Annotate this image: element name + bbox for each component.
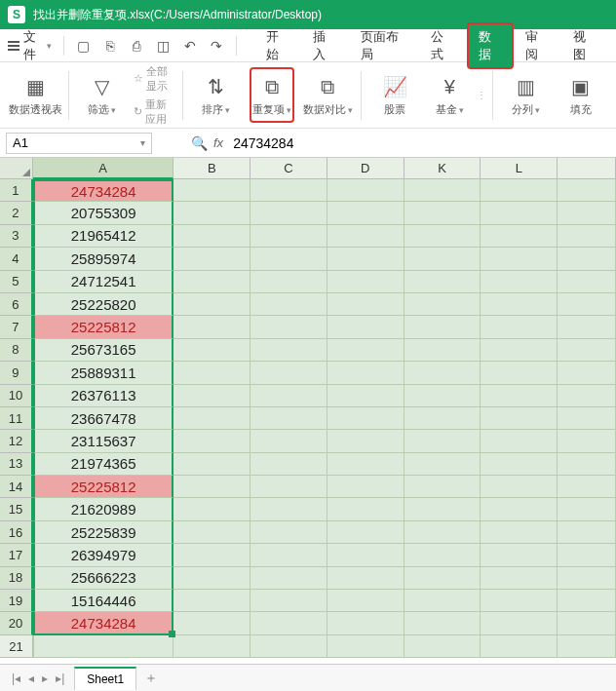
cell[interactable] <box>250 385 327 407</box>
row-header[interactable]: 13 <box>0 453 33 476</box>
cell[interactable] <box>327 453 404 476</box>
cell[interactable] <box>481 635 558 658</box>
cell[interactable] <box>481 498 558 520</box>
col-header-next[interactable] <box>558 158 616 179</box>
formula-input[interactable] <box>229 134 424 153</box>
tab-start[interactable]: 开始 <box>254 22 301 69</box>
cell[interactable] <box>173 635 250 658</box>
cell[interactable] <box>173 293 250 316</box>
cell[interactable] <box>558 225 616 248</box>
row-header[interactable]: 3 <box>0 225 33 248</box>
cell[interactable] <box>558 612 616 634</box>
cell[interactable] <box>481 385 558 407</box>
table-row[interactable]: 925889311 <box>0 362 616 384</box>
cell[interactable] <box>558 316 616 338</box>
cell[interactable] <box>327 498 404 520</box>
row-header[interactable]: 19 <box>0 590 33 612</box>
cell[interactable] <box>250 453 327 476</box>
row-header[interactable]: 5 <box>0 271 33 293</box>
cell[interactable] <box>250 316 327 338</box>
col-header-D[interactable]: D <box>327 158 404 179</box>
cell[interactable] <box>558 544 616 566</box>
cell[interactable] <box>558 521 616 544</box>
cell[interactable]: 24734284 <box>33 179 174 202</box>
cell[interactable] <box>404 476 481 498</box>
tab-formula[interactable]: 公式 <box>419 22 466 69</box>
cell[interactable]: 25889311 <box>33 362 174 384</box>
cell[interactable]: 25225812 <box>33 476 174 498</box>
cell[interactable] <box>327 407 404 430</box>
row-header[interactable]: 10 <box>0 385 33 407</box>
cell[interactable] <box>404 271 481 293</box>
cell[interactable] <box>250 590 327 612</box>
cell[interactable] <box>481 248 558 270</box>
cell[interactable]: 24734284 <box>33 612 174 634</box>
cell[interactable] <box>558 430 616 452</box>
cell[interactable]: 23115637 <box>33 430 174 452</box>
cell[interactable]: 25895974 <box>33 248 174 270</box>
cell[interactable] <box>404 339 481 362</box>
col-header-K[interactable]: K <box>404 158 481 179</box>
cell[interactable] <box>327 248 404 270</box>
cell[interactable] <box>481 316 558 338</box>
cell[interactable] <box>173 316 250 338</box>
tab-data[interactable]: 数据 <box>467 22 514 69</box>
cell[interactable] <box>404 567 481 590</box>
add-sheet-button[interactable]: ＋ <box>144 670 158 687</box>
row-header[interactable]: 12 <box>0 430 33 452</box>
table-row[interactable]: 321965412 <box>0 225 616 248</box>
cell[interactable] <box>558 385 616 407</box>
row-header[interactable]: 6 <box>0 293 33 316</box>
cell[interactable] <box>173 521 250 544</box>
cell[interactable] <box>481 225 558 248</box>
search-icon[interactable]: 🔍 <box>191 135 208 151</box>
col-header-A[interactable]: A <box>33 158 174 179</box>
cell[interactable] <box>481 430 558 452</box>
cell[interactable] <box>250 293 327 316</box>
cell[interactable] <box>327 339 404 362</box>
preview-icon[interactable]: ◫ <box>153 35 173 57</box>
cell[interactable] <box>173 498 250 520</box>
sort-button[interactable]: ⇅ 排序▾ <box>195 73 238 117</box>
redo-icon[interactable]: ↷ <box>207 35 227 57</box>
cell[interactable] <box>481 293 558 316</box>
cell[interactable]: 25666223 <box>33 567 174 590</box>
cell[interactable] <box>404 225 481 248</box>
table-row[interactable]: 1223115637 <box>0 430 616 452</box>
new-icon[interactable]: ▢ <box>73 35 94 57</box>
select-all-corner[interactable] <box>0 158 33 179</box>
table-row[interactable]: 2024734284 <box>0 612 616 634</box>
cell[interactable] <box>250 612 327 634</box>
table-row[interactable]: 1915164446 <box>0 590 616 612</box>
row-header[interactable]: 4 <box>0 248 33 270</box>
cell[interactable] <box>327 544 404 566</box>
cell[interactable] <box>481 362 558 384</box>
cell[interactable] <box>481 339 558 362</box>
fund-button[interactable]: ¥ 基金▾ <box>428 73 471 117</box>
cell[interactable] <box>173 339 250 362</box>
cell[interactable] <box>558 453 616 476</box>
cell[interactable] <box>404 293 481 316</box>
cell[interactable] <box>173 567 250 590</box>
cell[interactable] <box>173 407 250 430</box>
cell[interactable]: 21974365 <box>33 453 174 476</box>
row-header[interactable]: 18 <box>0 567 33 590</box>
cell[interactable] <box>327 567 404 590</box>
reapply-button[interactable]: ↻ 重新应用 <box>134 97 176 127</box>
row-header[interactable]: 15 <box>0 498 33 520</box>
cell[interactable] <box>250 567 327 590</box>
col-header-B[interactable]: B <box>173 158 250 179</box>
cell[interactable]: 21965412 <box>33 225 174 248</box>
cell[interactable] <box>481 544 558 566</box>
table-row[interactable]: 425895974 <box>0 248 616 270</box>
cell[interactable] <box>404 453 481 476</box>
cell[interactable] <box>481 271 558 293</box>
table-row[interactable]: 524712541 <box>0 271 616 293</box>
cell[interactable]: 26394979 <box>33 544 174 566</box>
sheet-tab-active[interactable]: Sheet1 <box>74 667 136 690</box>
cell[interactable] <box>173 612 250 634</box>
cell[interactable] <box>327 612 404 634</box>
filter-button[interactable]: ▽ 筛选▾ <box>81 73 124 117</box>
cell[interactable] <box>327 316 404 338</box>
cell[interactable] <box>558 179 616 202</box>
